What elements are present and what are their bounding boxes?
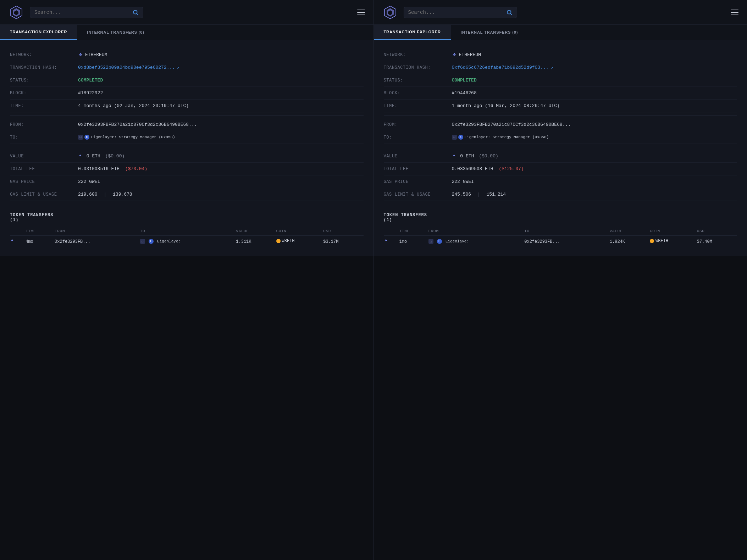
left-from-value: 0x2fe3293FBFB270a21c870Cf3d2c36B6490BE68… [78, 122, 197, 127]
left-divider-2 [10, 147, 364, 147]
right-col-coin: COIN [650, 227, 697, 236]
eth-value-icon-left [78, 154, 82, 158]
right-txhash-label: TRANSACTION HASH: [384, 65, 448, 70]
contract-icon-left: □ [78, 135, 83, 140]
left-txhash-value[interactable]: 0xd8bef3522b09a04bd98ee795e60272... ↗ [78, 65, 179, 70]
tab-transaction-explorer-right[interactable]: TRANSACTION EXPLORER [374, 25, 451, 40]
right-token-time[interactable]: 1mo [399, 236, 428, 248]
right-token-eth-icon [384, 236, 399, 248]
search-bar-left[interactable] [30, 7, 143, 18]
tab-internal-transfers-left[interactable]: INTERNAL TRANSFERS (0) [77, 25, 154, 40]
right-token-from: □ E Eigenlaye: [428, 236, 525, 248]
tab-internal-transfers-right[interactable]: INTERNAL TRANSFERS (0) [451, 25, 528, 40]
left-col-icon [10, 227, 26, 236]
left-divider-3 [10, 204, 364, 204]
logo-left [9, 5, 24, 20]
left-network-row: NETWORK: ETHEREUM [10, 49, 364, 61]
right-txhash-row: TRANSACTION HASH: 0xf6d65c6726edfabe71b0… [384, 61, 737, 74]
right-network-value: ETHEREUM [452, 52, 481, 57]
right-network-label: NETWORK: [384, 52, 448, 57]
svg-marker-25 [453, 154, 454, 156]
right-token-table: TIME FROM TO VALUE COIN USD [384, 227, 737, 247]
right-col-from: FROM [428, 227, 525, 236]
right-time-label: TIME: [384, 103, 448, 108]
search-input-left[interactable] [34, 10, 129, 15]
svg-marker-16 [80, 154, 82, 156]
right-status-row: STATUS: COMPLETED [384, 74, 737, 87]
right-fee-value: 0.033569508 ETH ($125.07) [452, 166, 524, 172]
left-status-label: STATUS: [10, 78, 74, 83]
right-token-row: 1mo □ E Eigenlaye: 0x2fe3293FB... 1.924K [384, 236, 737, 248]
eth-value-icon-right [452, 154, 456, 158]
left-status-value: COMPLETED [78, 78, 103, 83]
menu-button-right[interactable] [731, 10, 738, 15]
left-fee-row: TOTAL FEE 0.031008516 ETH ($73.04) [10, 163, 364, 175]
left-col-coin: COIN [276, 227, 323, 236]
right-divider-2 [384, 147, 737, 147]
left-tabs: TRANSACTION EXPLORER INTERNAL TRANSFERS … [0, 25, 374, 40]
right-divider-1 [384, 115, 737, 116]
left-from-row: FROM: 0x2fe3293FBFB270a21c870Cf3d2c36B64… [10, 118, 364, 131]
right-txhash-value[interactable]: 0xf6d65c6726edfabe71b092d52d9f03... ↗ [452, 65, 553, 70]
right-txhash-external-link[interactable]: ↗ [551, 65, 553, 70]
right-value-value: 0 ETH ($0.00) [452, 153, 498, 159]
left-time-label: TIME: [10, 103, 74, 108]
right-network-text: ETHEREUM [459, 52, 481, 57]
left-token-from: 0x2fe3293FB... [55, 236, 140, 248]
left-gasprice-row: GAS PRICE 222 GWEI [10, 175, 364, 188]
search-bar-right[interactable] [404, 7, 517, 18]
menu-button-left[interactable] [357, 10, 365, 15]
right-col-usd: USD [697, 227, 737, 236]
left-block-value: #18922922 [78, 90, 103, 96]
right-gaslimit-value: 245,506 | 151,214 [452, 192, 506, 197]
search-input-right[interactable] [408, 10, 503, 15]
right-token-transfers-header: TOKEN TRANSFERS (1) [384, 207, 737, 224]
left-to-row: TO: □ E Eigenlayer: Strategy Manager (0x… [10, 131, 364, 144]
svg-line-9 [510, 13, 511, 15]
left-token-eth-icon [10, 236, 26, 248]
right-col-icon [384, 227, 399, 236]
left-network-label: NETWORK: [10, 52, 74, 57]
right-from-row: FROM: 0x2fe3293FBFB270a21c870Cf3d2c36B64… [384, 118, 737, 131]
left-gaslimit-value: 219,600 | 139,678 [78, 192, 132, 197]
search-button-right[interactable] [506, 9, 513, 16]
search-button-left[interactable] [132, 9, 139, 16]
right-time-row: TIME: 1 month ago (16 Mar, 2024 08:26:47… [384, 100, 737, 112]
eigenlayer-icon-left: E [84, 135, 89, 140]
tab-transaction-explorer-left[interactable]: TRANSACTION EXPLORER [0, 25, 77, 40]
right-to-label: TO: [384, 135, 448, 140]
svg-marker-17 [79, 154, 80, 156]
right-value-label: VALUE [384, 153, 448, 159]
right-value-row: VALUE 0 ETH ($0.00) [384, 150, 737, 163]
left-block-label: BLOCK: [10, 90, 74, 96]
left-gasprice-label: GAS PRICE [10, 179, 74, 184]
right-from-label: FROM: [384, 122, 448, 127]
contract-icon-right: □ [452, 135, 457, 140]
left-token-coin: WBETH [276, 236, 323, 248]
eigenlayer-icon-right: E [458, 135, 463, 140]
left-gaslimit-row: GAS LIMIT & USAGE 219,600 | 139,678 [10, 188, 364, 201]
left-col-to: TO [140, 227, 236, 236]
wbeth-icon-left [276, 239, 281, 243]
left-to-value: □ E Eigenlayer: Strategy Manager (0x858) [78, 135, 175, 140]
left-col-time: TIME [26, 227, 55, 236]
right-col-time: TIME [399, 227, 428, 236]
left-fee-usd: ($73.04) [125, 166, 147, 172]
left-token-row: 4mo 0x2fe3293FB... □ E Eigenlaye: 1.311K [10, 236, 364, 248]
left-token-time[interactable]: 4mo [26, 236, 55, 248]
left-col-value: VALUE [236, 227, 276, 236]
right-gaslimit-label: GAS LIMIT & USAGE [384, 192, 448, 197]
left-divider-1 [10, 115, 364, 116]
left-value-row: VALUE 0 ETH ($0.00) [10, 150, 364, 163]
right-status-value: COMPLETED [452, 78, 477, 83]
wbeth-icon-right [650, 239, 654, 243]
left-txhash-external-link[interactable]: ↗ [177, 65, 179, 70]
left-gasprice-value: 222 GWEI [78, 179, 100, 184]
right-block-label: BLOCK: [384, 90, 448, 96]
left-token-value: 1.311K [236, 236, 276, 248]
left-status-row: STATUS: COMPLETED [10, 74, 364, 87]
left-fee-label: TOTAL FEE [10, 166, 74, 172]
left-from-label: FROM: [10, 122, 74, 127]
right-panel: TRANSACTION EXPLORER INTERNAL TRANSFERS … [374, 25, 747, 560]
left-fee-value: 0.031008516 ETH ($73.04) [78, 166, 147, 172]
